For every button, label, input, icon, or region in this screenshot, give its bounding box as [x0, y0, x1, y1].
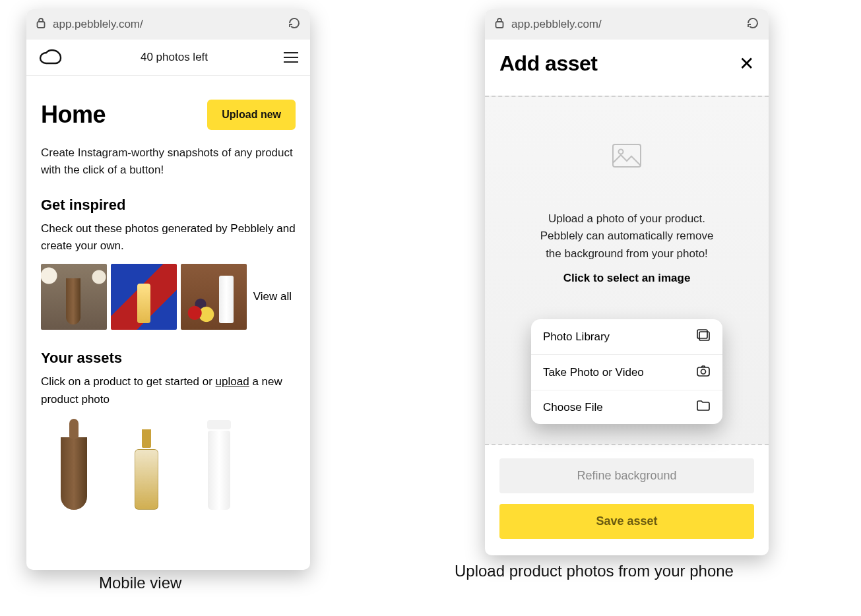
- file-source-action-sheet: Photo Library Take Photo or Video Choose…: [531, 319, 722, 424]
- lock-icon: [36, 17, 46, 32]
- browser-url-bar: app.pebblely.com/: [485, 9, 769, 40]
- add-asset-title: Add asset: [499, 51, 597, 76]
- url-text: app.pebblely.com/: [53, 18, 288, 31]
- image-placeholder-icon: [612, 143, 642, 171]
- browser-url-bar: app.pebblely.com/: [26, 9, 310, 40]
- option-label: Take Photo or Video: [543, 366, 644, 379]
- home-body: Home Upload new Create Instagram-worthy …: [26, 76, 310, 510]
- modal-header: Add asset ✕: [485, 40, 769, 84]
- option-label: Photo Library: [543, 330, 610, 344]
- svg-rect-0: [38, 22, 45, 28]
- svg-rect-2: [613, 144, 641, 167]
- take-photo-option[interactable]: Take Photo or Video: [531, 355, 722, 390]
- get-inspired-heading: Get inspired: [41, 197, 296, 214]
- lock-icon: [494, 17, 505, 32]
- your-assets-heading: Your assets: [41, 350, 296, 367]
- asset-bottle[interactable]: [48, 417, 100, 510]
- choose-file-option[interactable]: Choose File: [531, 390, 722, 424]
- folder-icon: [696, 400, 711, 415]
- bottom-actions: Refine background Save asset: [485, 445, 769, 553]
- close-icon[interactable]: ✕: [739, 55, 754, 73]
- photos-remaining-label: 40 photos left: [141, 51, 208, 64]
- upload-new-button[interactable]: Upload new: [207, 100, 296, 130]
- page-title: Home: [41, 101, 106, 129]
- inspiration-thumb-2[interactable]: [111, 264, 177, 330]
- svg-point-7: [701, 369, 706, 374]
- url-text: app.pebblely.com/: [511, 18, 746, 31]
- svg-rect-1: [496, 22, 503, 28]
- dropzone-cta: Click to select an image: [485, 272, 769, 285]
- photo-library-option[interactable]: Photo Library: [531, 319, 722, 355]
- hamburger-menu-icon[interactable]: [284, 52, 298, 63]
- refine-background-button[interactable]: Refine background: [499, 458, 754, 493]
- get-inspired-text: Check out these photos generated by Pebb…: [41, 220, 296, 255]
- dropzone-text: Upload a photo of your product. Pebblely…: [485, 210, 769, 262]
- reload-icon[interactable]: [288, 16, 301, 33]
- app-header: 40 photos left: [26, 40, 310, 76]
- photo-library-icon: [696, 328, 711, 345]
- upload-dropzone[interactable]: Upload a photo of your product. Pebblely…: [485, 96, 769, 445]
- tagline-text: Create Instagram-worthy snapshots of any…: [41, 144, 296, 179]
- asset-serum[interactable]: [120, 417, 173, 510]
- mobile-add-asset-screenshot: app.pebblely.com/ Add asset ✕ Upload a p…: [485, 9, 769, 555]
- upload-link[interactable]: upload: [216, 375, 249, 388]
- view-all-link[interactable]: View all: [251, 290, 296, 303]
- your-assets-text: Click on a product to get started or upl…: [41, 373, 296, 408]
- svg-point-3: [619, 150, 623, 154]
- left-caption: Mobile view: [99, 574, 181, 592]
- assets-row: [41, 417, 296, 510]
- right-caption: Upload product photos from your phone: [455, 562, 734, 580]
- inspiration-thumb-3[interactable]: [181, 264, 247, 330]
- svg-rect-6: [697, 367, 709, 376]
- camera-icon: [696, 364, 711, 381]
- asset-tube[interactable]: [193, 417, 245, 510]
- pebblely-logo-icon[interactable]: [38, 49, 65, 66]
- inspiration-thumbnails: View all: [41, 264, 296, 330]
- reload-icon[interactable]: [746, 16, 759, 33]
- save-asset-button[interactable]: Save asset: [499, 504, 754, 539]
- inspiration-thumb-1[interactable]: [41, 264, 107, 330]
- assets-text-pre: Click on a product to get started or: [41, 375, 216, 388]
- mobile-home-screenshot: app.pebblely.com/ 40 photos left Home Up…: [26, 9, 310, 570]
- option-label: Choose File: [543, 401, 603, 414]
